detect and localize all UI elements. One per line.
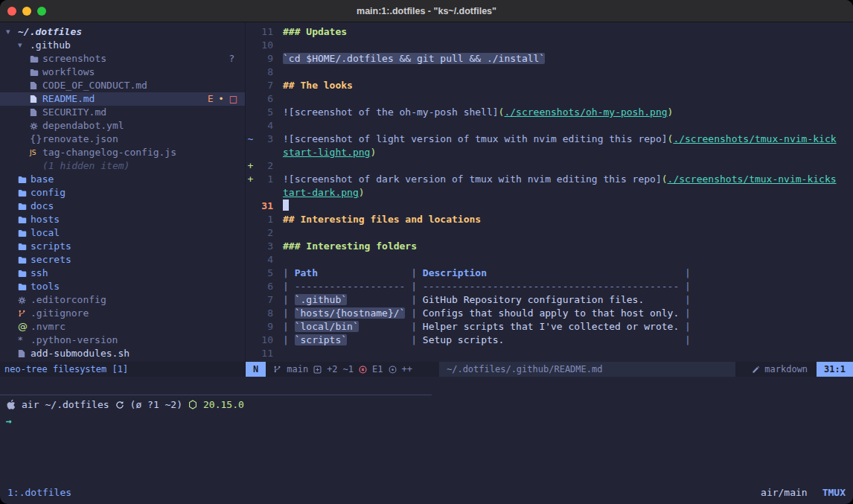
pane-border [0,395,432,395]
editor-line[interactable]: 10 [246,39,853,52]
tree-item-editorconfig[interactable]: .editorconfig [0,293,245,307]
prompt-node-version: 20.15.0 [203,399,244,410]
maximize-button[interactable] [37,7,46,16]
folder-icon [18,202,31,211]
gutter-sign [246,280,255,293]
tree-item-renovate-json[interactable]: {}renovate.json [0,133,245,146]
editor-line[interactable]: 4 [246,119,853,133]
text-segment: | [283,267,295,278]
editor-line[interactable]: 7| `.github` | GitHub Repository configu… [246,293,853,307]
tree-item-tools[interactable]: tools [0,280,245,293]
editor-line[interactable]: 11 [246,347,853,360]
text-segment: tart-dark.png [283,187,359,198]
editor-line[interactable]: 5| Path | Description | [246,267,853,280]
text-segment: | [347,334,423,345]
line-number: 6 [255,92,273,106]
text-segment: ) [370,147,376,158]
file-icon [30,95,42,103]
editor-line[interactable]: ~3![screenshot of light version of tmux … [246,133,853,146]
tree-item-base[interactable]: base [0,173,245,186]
tree-item-python-version[interactable]: *.python-version [0,334,245,347]
minimize-button[interactable] [22,7,31,16]
editor-line[interactable]: 10| `scripts` | Setup scripts. | [246,334,853,347]
tree-item-config[interactable]: config [0,186,245,200]
tree-item-add-submodules-sh[interactable]: add-submodules.sh [0,347,245,360]
tree-item-dotfiles[interactable]: ▾~/.dotfiles [0,25,245,39]
tree-item-readme-md[interactable]: README.mdE•□ [0,92,245,106]
prompt-cwd: ~/.dotfiles [45,399,109,410]
line-number: 31 [255,200,273,213]
text-segment: ### Updates [283,26,347,37]
tree-item-nvmrc[interactable]: @.nvmrc [0,320,245,334]
file-icon [30,108,42,117]
editor-line[interactable]: 1## Interesting files and locations [246,213,853,226]
editor-line[interactable]: 6| ------------------- | ---------------… [246,280,853,293]
tree-item-workflows[interactable]: workflows [0,66,245,79]
error-icon [359,366,367,374]
gutter-sign [246,253,255,267]
tree-item-github[interactable]: ▾.github [0,39,245,52]
tree-item-tag-changelog-config-js[interactable]: JStag-changelog-config.js [0,146,245,159]
line-text: | `hosts/{hostname}/` | Configs that sho… [283,307,691,320]
text-segment: | [283,334,295,345]
folder-icon [18,229,31,237]
editor-line[interactable]: 3### Interesting folders [246,240,853,253]
tree-item-1-hidden-item[interactable]: (1 hidden item) [0,159,245,173]
close-button[interactable] [7,7,16,16]
cursor-position: 31:1 [817,362,853,377]
editor-line[interactable]: +2 [246,159,853,173]
tree-item-secrets[interactable]: secrets [0,253,245,267]
tmux-window-tab[interactable]: 1:.dotfiles [7,487,71,498]
tree-item-hosts[interactable]: hosts [0,213,245,226]
editor-line[interactable]: 2 [246,226,853,240]
editor-line[interactable]: 6 [246,92,853,106]
editor-line[interactable]: tart-dark.png) [246,186,853,200]
gutter-sign [246,334,255,347]
tree-item-label: workflows [42,66,95,79]
text-segment: `scripts` [295,334,347,345]
editor-line[interactable]: 4 [246,253,853,267]
tree-item-label: tools [31,280,60,293]
prompt-git-status: (ø ?1 ~2) [130,399,182,410]
line-number: 2 [255,159,273,173]
tree-item-screenshots[interactable]: screenshots? [0,52,245,66]
prompt-arrow: → [6,415,12,427]
editor-line[interactable]: 7## The looks [246,79,853,92]
git-branch: main [287,364,308,374]
tree-item-code-of-conduct-md[interactable]: CODE_OF_CONDUCT.md [0,79,245,92]
editor-line[interactable]: 8 [246,66,853,79]
tree-item-ssh[interactable]: ssh [0,267,245,280]
text-segment: start-light.png [283,147,370,158]
line-text: | Path | Description | [283,267,691,280]
gear-icon [18,296,31,304]
tree-item-local[interactable]: local [0,226,245,240]
editor-line[interactable]: 31 [246,200,853,213]
editor-line[interactable]: 11### Updates [246,25,853,39]
line-text: ![screenshot of dark version of tmux wit… [283,173,837,186]
tree-item-dependabot-yml[interactable]: dependabot.yml [0,119,245,133]
js-icon: JS [30,146,42,159]
line-number: 10 [255,334,273,347]
file-icon [30,81,42,90]
tree-item-docs[interactable]: docs [0,200,245,213]
editor-line[interactable]: +1![screenshot of dark version of tmux w… [246,173,853,186]
editor-line[interactable]: start-light.png) [246,146,853,159]
line-number: 3 [255,240,273,253]
line-number: 1 [255,173,273,186]
shell-input-line[interactable]: → [6,415,12,427]
text-segment: ./screenshots/tmux-nvim-kicks [668,173,837,185]
tree-item-security-md[interactable]: SECURITY.md [0,106,245,119]
tree-item-gitignore[interactable]: .gitignore [0,307,245,320]
editor-line[interactable]: 9`cd $HOME/.dotfiles && git pull && ./in… [246,52,853,66]
tmux-pane-shell[interactable]: air ~/.dotfiles (ø ?1 ~2) 20.15.0 → [0,377,853,480]
editor-buffer: 11### Updates109`cd $HOME/.dotfiles && g… [246,25,853,360]
tree-item-scripts[interactable]: scripts [0,240,245,253]
gutter-sign: + [246,159,255,173]
tree-item-label: .editorconfig [31,293,106,307]
tree-item-label: base [31,173,54,186]
line-text: start-light.png) [283,146,376,159]
editor-line[interactable]: 5![screenshot of the oh-my-posh shell](.… [246,106,853,119]
editor-line[interactable]: 8| `hosts/{hostname}/` | Configs that sh… [246,307,853,320]
editor-line[interactable]: 9| `local/bin` | Helper scripts that I'v… [246,320,853,334]
prompt-host: air [22,399,39,410]
